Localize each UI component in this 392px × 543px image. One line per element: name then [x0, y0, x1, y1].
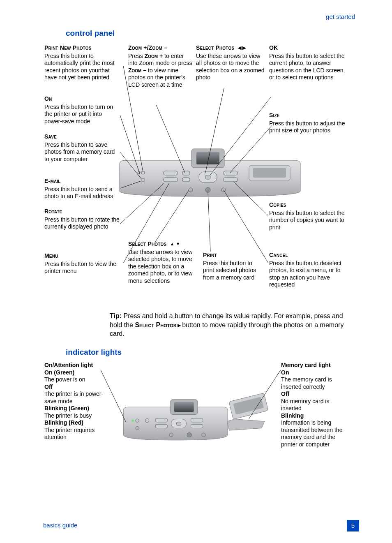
svg-line-21: [120, 181, 141, 188]
footer-guide-label: basics guide: [43, 522, 77, 529]
svg-line-18: [123, 66, 143, 172]
manual-page: get started control panel Print New Phot…: [0, 0, 392, 543]
svg-line-27: [230, 125, 272, 173]
page-number: 5: [347, 520, 359, 531]
svg-line-50: [249, 370, 281, 419]
svg-line-29: [224, 190, 268, 263]
svg-line-20: [120, 152, 141, 179]
svg-line-24: [156, 105, 185, 173]
svg-line-25: [205, 88, 224, 173]
svg-line-28: [233, 182, 268, 216]
arrow-right-icon: ▶: [176, 323, 182, 328]
svg-line-23: [123, 183, 169, 263]
leader-lines-2: [0, 354, 392, 456]
svg-line-31: [208, 192, 210, 252]
leader-lines: [0, 0, 392, 304]
svg-line-30: [155, 190, 189, 242]
tip-paragraph: Tip: Press and hold a button to change i…: [110, 312, 352, 338]
svg-line-49: [101, 370, 126, 422]
tip-label: Tip:: [110, 312, 122, 319]
